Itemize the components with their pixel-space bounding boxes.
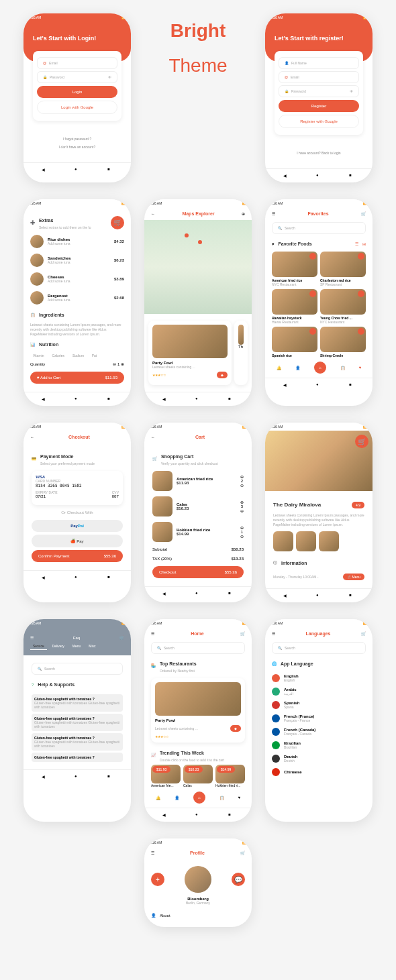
qty-plus[interactable]: ⊕ bbox=[240, 525, 244, 530]
search-input[interactable]: 🔍Search bbox=[272, 642, 366, 654]
checkout-button[interactable]: Checkout$55.36 bbox=[152, 566, 244, 578]
noaccount-link[interactable]: I don't have an account? bbox=[33, 145, 121, 149]
search-input[interactable]: 🔍Search bbox=[32, 663, 123, 675]
favorite-item[interactable]: Yeung Chow fried ...NYC Restaurant bbox=[320, 289, 366, 324]
nav-home[interactable]: ⌂ bbox=[314, 362, 326, 374]
cart-fab[interactable]: 🛒 bbox=[111, 216, 124, 229]
language-item[interactable]: Chineese bbox=[272, 765, 366, 779]
language-item[interactable]: DeutshDeutsh bbox=[272, 752, 366, 765]
language-item[interactable]: French (France)Français - France bbox=[272, 712, 366, 725]
qty-plus[interactable]: ⊕ bbox=[240, 474, 244, 479]
faq-item[interactable]: Gluten-free spaghetti with tomatoes ?Glu… bbox=[32, 694, 123, 712]
cart-icon[interactable]: 🛒 bbox=[361, 211, 366, 216]
rating-badge: 4.9 bbox=[352, 502, 364, 508]
heart-icon[interactable] bbox=[358, 290, 364, 297]
android-nav: ◀●■ bbox=[23, 162, 131, 176]
qty-minus[interactable]: ⊖ bbox=[113, 362, 116, 366]
nav-home[interactable]: ⌂ bbox=[193, 792, 205, 804]
credit-card[interactable]: VISA CARD NUMBER 8154 3265 0045 1582 EXP… bbox=[32, 471, 123, 505]
have-account-link[interactable]: I have account? Back to login bbox=[275, 151, 363, 155]
faq-item[interactable]: Gluten-free spaghetti with tomatoes ? bbox=[32, 753, 123, 762]
favorites-screen: 2:26 AM📶 ☰Favorites🛒 🔍Search ♥Favorite F… bbox=[265, 199, 373, 406]
restaurant-card[interactable]: Party Fowl Letraset sheets containing ..… bbox=[151, 678, 245, 743]
favorite-item[interactable]: Charleston red riceSF Restaurant bbox=[320, 252, 366, 286]
language-item[interactable]: French (Canada)Français - Canada bbox=[272, 725, 366, 739]
menu-button[interactable]: 🍴 Menu bbox=[343, 574, 364, 580]
add-to-cart-button[interactable]: ♥ Add to Cart$11.93 bbox=[30, 372, 124, 384]
search-input[interactable]: 🔍Search bbox=[272, 222, 366, 234]
locate-icon[interactable]: ⊕ bbox=[242, 211, 245, 216]
menu-icon[interactable]: ☰ bbox=[30, 635, 34, 640]
grid-view-icon[interactable]: ⊞ bbox=[362, 241, 366, 246]
qty-minus[interactable]: ⊖ bbox=[240, 483, 244, 488]
search-input[interactable]: 🔍Search bbox=[151, 642, 245, 654]
password-field[interactable]: 🔒Password👁 bbox=[279, 85, 359, 97]
directions-icon[interactable]: ◆ bbox=[217, 372, 228, 378]
add-button[interactable]: + bbox=[151, 873, 164, 886]
checkout-screen: 2:26 AM📶 ←Checkout 💳Payment ModeSelect y… bbox=[23, 423, 131, 602]
nav-fav[interactable]: ♥ bbox=[359, 366, 362, 370]
heart-icon[interactable] bbox=[309, 290, 316, 297]
qty-minus[interactable]: ⊖ bbox=[240, 508, 244, 513]
extra-item[interactable]: CheesesAdd some tuna$3.89 bbox=[30, 270, 124, 288]
extra-item[interactable]: Rice dishesAdd some tuna$4.32 bbox=[30, 232, 124, 251]
trending-item[interactable]: $11.93American frie... bbox=[151, 765, 181, 787]
confirm-button[interactable]: Confirm Payment$55.36 bbox=[32, 550, 123, 562]
menu-icon[interactable]: ☰ bbox=[272, 631, 275, 636]
favorite-item[interactable]: Hawaiian haystackHawai Restaurant bbox=[272, 289, 317, 324]
heart-icon[interactable] bbox=[358, 328, 364, 335]
heart-icon[interactable] bbox=[309, 253, 316, 260]
nav-notif[interactable]: 🔔 bbox=[277, 366, 281, 370]
google-register-button[interactable]: Register with Google bbox=[279, 115, 359, 128]
cart-icon[interactable]: 🛒 bbox=[361, 631, 366, 636]
language-item[interactable]: EnglishEnglish bbox=[272, 671, 366, 685]
back-icon[interactable]: ← bbox=[30, 435, 34, 439]
language-item[interactable]: Arabicالعربية bbox=[272, 685, 366, 698]
extra-item[interactable]: SandwichesAdd some tuna$6.23 bbox=[30, 251, 124, 270]
email-field[interactable]: @Email bbox=[37, 57, 117, 69]
cart-icon[interactable]: 🛒 bbox=[240, 851, 245, 855]
avatar[interactable] bbox=[185, 866, 211, 893]
cart-icon[interactable]: 🛒 bbox=[119, 635, 124, 640]
qty-plus[interactable]: ⊕ bbox=[240, 500, 244, 504]
faq-item[interactable]: Gluten-free spaghetti with tomatoes ?Glu… bbox=[32, 733, 123, 751]
applepay-button[interactable]: 🍎 Pay bbox=[32, 535, 123, 547]
heart-icon[interactable] bbox=[309, 328, 316, 335]
paypal-button[interactable]: PayPal bbox=[32, 520, 123, 532]
extras-title: Extras bbox=[39, 218, 107, 223]
trending-item[interactable]: $10.23Calas bbox=[183, 765, 213, 787]
google-login-button[interactable]: Login with Google bbox=[37, 101, 117, 114]
message-button[interactable]: 💬 bbox=[232, 873, 245, 886]
extra-item[interactable]: BergenostAdd some tuna$2.68 bbox=[30, 288, 124, 307]
heart-icon[interactable] bbox=[358, 253, 364, 260]
cart-icon[interactable]: 🛒 bbox=[240, 631, 245, 636]
cart-fab[interactable]: 🛒 bbox=[355, 435, 368, 448]
status-bar: 2:26 AM📶 bbox=[23, 13, 131, 21]
back-icon[interactable]: ← bbox=[151, 435, 155, 439]
favorite-item[interactable]: Shrimp Creole bbox=[320, 327, 366, 358]
faq-item[interactable]: Gluten-free spaghetti with tomatoes ?Glu… bbox=[32, 714, 123, 731]
language-item[interactable]: SpanishSpana bbox=[272, 698, 366, 712]
email-field[interactable]: @Email bbox=[279, 71, 359, 83]
menu-icon[interactable]: ☰ bbox=[151, 851, 154, 855]
back-icon[interactable]: ← bbox=[151, 212, 155, 216]
trending-item[interactable]: $14.99Hokkien fried ri... bbox=[215, 765, 245, 787]
list-view-icon[interactable]: ☰ bbox=[355, 241, 358, 246]
map-view[interactable] bbox=[144, 220, 252, 314]
register-button[interactable]: Register bbox=[279, 100, 359, 112]
forgot-link[interactable]: I forgot password ? bbox=[33, 137, 121, 141]
language-item[interactable]: BrazilianBrazilian bbox=[272, 739, 366, 752]
qty-minus[interactable]: ⊖ bbox=[240, 534, 244, 539]
login-button[interactable]: Login bbox=[37, 86, 117, 98]
password-field[interactable]: 🔒Password👁 bbox=[37, 71, 117, 83]
name-field[interactable]: 👤Full Name bbox=[279, 57, 359, 69]
favorite-item[interactable]: American fried riceNYC Restaurant bbox=[272, 252, 317, 286]
nav-orders[interactable]: 📋 bbox=[340, 366, 345, 370]
restaurant-card[interactable]: Party Fowl Letraset sheets containing ..… bbox=[148, 321, 232, 385]
qty-plus[interactable]: ⊕ bbox=[121, 362, 124, 366]
favorite-item[interactable]: Spanish rice bbox=[272, 327, 317, 358]
next-card[interactable]: Th bbox=[234, 321, 248, 385]
nav-user[interactable]: 👤 bbox=[295, 366, 300, 370]
menu-icon[interactable]: ☰ bbox=[151, 631, 154, 636]
menu-icon[interactable]: ☰ bbox=[272, 211, 275, 216]
